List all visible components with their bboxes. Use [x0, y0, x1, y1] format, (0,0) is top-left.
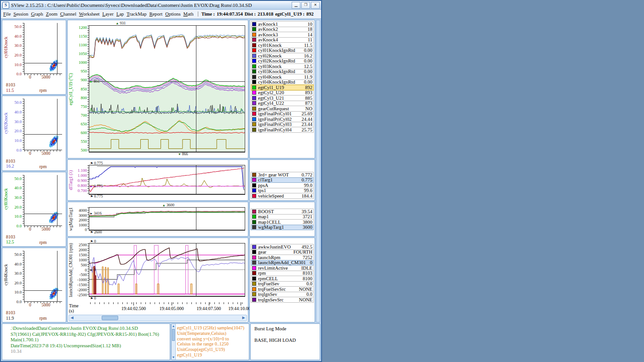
scroll-left-arrow[interactable]: ◀ — [69, 315, 75, 321]
channel-row[interactable]: egtCyl1_U19892 — [251, 85, 314, 90]
scatter-plot[interactable]: 05000 — [24, 99, 62, 150]
channel-color-swatch — [252, 194, 256, 198]
scroll-down-arrow[interactable]: ▼ — [172, 356, 175, 359]
channel-color-swatch — [252, 75, 256, 79]
cursor-marker: ⚑ 0.775 — [90, 161, 103, 166]
channel-name: map1 — [258, 214, 301, 219]
channel-value: 23.44 — [301, 122, 312, 127]
mini-scrollbar[interactable]: ▲▼ — [172, 324, 176, 360]
channel-value: 8100 — [303, 276, 312, 281]
axis-tick-label: 900 — [81, 78, 87, 82]
channel-color-swatch — [252, 266, 256, 270]
time-axis-label: Time(s) — [68, 302, 90, 314]
cursor-marker: ► 3416 — [90, 211, 102, 216]
channel-row[interactable]: launchRpmAdd_CM3010 — [251, 260, 314, 266]
menu-trackmap[interactable]: TrackMap — [125, 11, 148, 17]
axis-tick-label: 40.0 — [14, 262, 22, 266]
restore-button[interactable]: ❐ — [301, 2, 310, 9]
channel-name: ppsA — [258, 183, 302, 188]
lambda-channel-list: 3rd+ gear WOT0.772clTarg10.775ppsA99.0tp… — [249, 159, 315, 201]
title-bar[interactable]: S SView 2.15.253 : C:\Users\Public\Docum… — [1, 1, 321, 10]
close-button[interactable]: ✕ — [311, 2, 320, 9]
menu-items: FileSessionGraphZoomChannelWorksheetLaye… — [2, 11, 195, 17]
launch-plot[interactable]: ⚑ 0► 0⚑ 0 — [89, 243, 245, 297]
menu-lap[interactable]: Lap — [115, 11, 125, 17]
scatter-plot[interactable]: 05000 — [24, 251, 62, 302]
cursor-crosshair-vertical — [57, 99, 58, 149]
time-tick-label: 19:44:07.500 — [196, 306, 221, 311]
menu-options[interactable]: Options — [164, 11, 182, 17]
axis-tick-label: 30.0 — [14, 43, 22, 48]
time-tick-label: 19:44:02.500 — [121, 306, 146, 311]
mini-scroll-thumb[interactable] — [172, 329, 175, 341]
channel-value: 0 — [310, 260, 312, 265]
channel-name: clTarg1 — [258, 177, 299, 182]
channel-color-swatch — [252, 33, 256, 37]
channel-value: 892 — [305, 85, 312, 90]
channel-value: 99.6 — [304, 188, 312, 193]
channel-value: 892 — [306, 11, 314, 17]
channel-row[interactable]: vehicleSpeed184.4 — [251, 193, 314, 199]
channel-color-swatch — [252, 183, 256, 187]
menu-report[interactable]: Report — [148, 11, 164, 17]
knock-value: 16.2 — [6, 164, 15, 169]
time-tick-label: 19:44:05.000 — [159, 306, 184, 311]
vertical-scrollbar[interactable] — [316, 20, 320, 322]
time-value: 19:44:07.354 — [217, 11, 243, 17]
axis-tick-label: 1000 — [79, 258, 87, 262]
menu-channel[interactable]: Channel — [59, 11, 78, 17]
app-icon: S — [2, 2, 9, 9]
axis-tick-label: 850 — [81, 87, 87, 91]
scatter-plot[interactable]: 05000 — [24, 23, 62, 74]
scroll-thumb[interactable] — [102, 316, 118, 320]
scroll-up-arrow[interactable]: ▲ — [172, 324, 175, 328]
boost-plot[interactable]: ▲ 3600► 3416⚑ 2600 — [89, 207, 245, 231]
scatter-panel[interactable]: cyl02Knock50.040.030.020.010.00.005000rp… — [2, 96, 66, 170]
channel-value: 14 — [308, 32, 313, 37]
cursor-status: Time : 19:44:07.354 Dist : 213.018 egtCy… — [198, 11, 314, 17]
menu-math[interactable]: Math — [182, 11, 195, 17]
scatter-panel[interactable]: cyl01Knock50.040.030.020.010.00.005000rp… — [2, 20, 66, 95]
scatter-x-label: rpm — [24, 88, 62, 93]
cursor-crosshair-vertical — [196, 243, 196, 296]
axis-tick-label: 1100 — [79, 43, 87, 47]
axis-tick-label: 20.0 — [14, 129, 22, 133]
scatter-plot[interactable]: 05000 — [24, 175, 62, 226]
menu-file[interactable]: File — [2, 11, 12, 17]
scatter-panel[interactable]: cyl04Knock50.040.030.020.010.00.005000rp… — [2, 248, 66, 322]
channel-name: awkwJustinEVO — [258, 244, 299, 249]
cursor-marker: ► 891 — [90, 79, 100, 84]
menu-zoom[interactable]: Zoom — [45, 11, 59, 17]
log-mode-value: BASE, HIGH LOAD — [254, 338, 316, 343]
channel-name: tps1 — [258, 188, 302, 193]
channel-value: 11 — [308, 37, 312, 42]
scroll-right-arrow[interactable]: ▶ — [241, 315, 247, 321]
channel-row[interactable]: clTarg10.775 — [251, 177, 314, 183]
scatter-panel[interactable]: cyl03Knock50.040.030.020.010.00.005000rp… — [2, 172, 66, 247]
window-title: SView 2.15.253 : C:\Users\Public\Documen… — [11, 2, 290, 8]
egt-plot[interactable]: ▲ 931► 891▼ 866 — [89, 25, 245, 153]
scatter-column: cyl01Knock50.040.030.020.010.00.005000rp… — [2, 20, 66, 322]
lambda-y-axis-label: dITarg1 (λ) — [68, 160, 74, 200]
horizontal-scrollbar[interactable]: ◀ ▶ — [69, 315, 247, 321]
cursor-crosshair-horizontal — [89, 81, 245, 82]
channel-row[interactable]: trqIgnSevSrcNONE — [251, 297, 314, 303]
channel-color-swatch — [252, 48, 256, 52]
minimize-button[interactable]: ▁ — [292, 2, 300, 9]
channel-row[interactable]: ignFinalPriCyl0425.75 — [251, 127, 314, 133]
menu-worksheet[interactable]: Worksheet — [78, 11, 101, 17]
menu-session[interactable]: Session — [12, 11, 29, 17]
scroll-track[interactable] — [75, 315, 241, 321]
lambda-chart-panel: dITarg1 (λ) 1.1001.0000.9000.8000.700 ⚑ … — [67, 159, 248, 201]
time-label: Time : — [201, 11, 215, 17]
channel-color-swatch — [252, 90, 256, 95]
menu-layer[interactable]: Layer — [101, 11, 115, 17]
dist-label: Dist : — [245, 11, 256, 17]
channel-name: map1CELL — [258, 220, 301, 225]
channel-value: 0.00 — [304, 58, 312, 63]
menu-graph[interactable]: Graph — [29, 11, 44, 17]
info-line: .\DownloadedData\Customers\Justin EVOX\D… — [11, 326, 167, 332]
channel-row[interactable]: wgMapTarg13600 — [251, 225, 314, 231]
knock-value: 12.5 — [6, 239, 15, 245]
lambda-plot[interactable]: ⚑ 0.775► 0.775⚑ 0.775 — [89, 165, 245, 195]
